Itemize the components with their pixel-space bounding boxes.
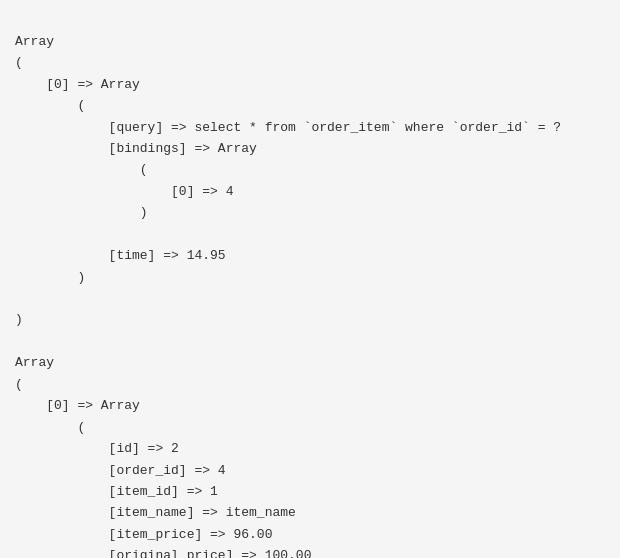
code-line [15,224,605,245]
code-line: ( [15,159,605,180]
code-line: ( [15,52,605,73]
code-line: [id] => 2 [15,438,605,459]
code-line: Array [15,31,605,52]
code-line: ( [15,95,605,116]
code-line: [order_id] => 4 [15,460,605,481]
code-line: ) [15,309,605,330]
code-display: Array( [0] => Array ( [query] => select … [0,0,620,558]
code-line: [item_name] => item_name [15,502,605,523]
code-line: [bindings] => Array [15,138,605,159]
code-line: ( [15,374,605,395]
code-line [15,331,605,352]
code-line: [time] => 14.95 [15,245,605,266]
code-line: [item_price] => 96.00 [15,524,605,545]
code-line: Array [15,352,605,373]
code-line: [original_price] => 100.00 [15,545,605,558]
code-line: [query] => select * from `order_item` wh… [15,117,605,138]
code-line: ) [15,202,605,223]
code-line: [0] => Array [15,74,605,95]
code-line: [0] => 4 [15,181,605,202]
code-line: [item_id] => 1 [15,481,605,502]
code-line: ) [15,267,605,288]
code-line: [0] => Array [15,395,605,416]
code-line: ( [15,417,605,438]
code-line [15,288,605,309]
